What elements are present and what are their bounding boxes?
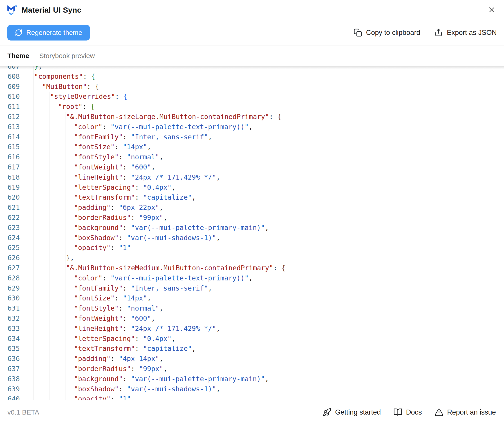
indent-guide [33,384,41,394]
indent-guide [41,293,49,303]
code-token: "600" [131,313,151,324]
code-line: 609"MuiButton": { [0,82,504,92]
indent-guide [33,364,41,374]
code-token: : [123,374,131,384]
report-issue-link[interactable]: Report an issue [435,408,496,417]
code-token: : [123,162,131,172]
line-number: 622 [0,213,20,223]
code-line: 626}, [0,253,504,263]
code-token: } [66,253,70,263]
line-number: 627 [0,263,20,273]
code-token: , [147,142,151,152]
line-number: 634 [0,334,20,344]
indent-guide [33,394,41,400]
close-button[interactable] [486,4,497,16]
tab-theme[interactable]: Theme [7,52,29,60]
code-line: 634"letterSpacing": "0.4px", [0,334,504,344]
code-token: "components" [34,72,83,82]
indent-guide [41,132,49,142]
code-token: "boxShadow" [74,233,119,243]
code-editor[interactable]: 607},608"components": {609"MuiButton": {… [0,66,504,400]
report-issue-label: Report an issue [447,408,496,416]
code-token: , [38,66,42,72]
indent-guide [49,233,57,243]
code-token: "padding" [74,203,111,213]
indent-guide [41,243,49,253]
indent-guide [65,213,73,223]
code-token: "24px /* 171.429% */" [131,324,216,334]
code-token: "fontWeight" [74,162,123,172]
indent-guide [57,384,65,394]
code-token: , [159,203,163,213]
code-token: "6px 22px" [119,203,160,213]
code-token: "24px /* 171.429% */" [131,172,216,182]
docs-link[interactable]: Docs [393,408,422,417]
indent-guide [49,223,57,233]
line-number: 637 [0,364,20,374]
regenerate-theme-button[interactable]: Regenerate theme [7,25,90,41]
indent-guide [49,384,57,394]
code-token: { [95,82,99,92]
indent-guide [65,122,73,132]
code-token: : [123,283,131,293]
code-token: "var(--mui-palette-primary-main)" [131,374,265,384]
line-number: 613 [0,122,20,132]
code-token: , [171,182,175,193]
indent-guide [41,263,49,273]
code-token: : [115,293,123,303]
indent-guide [49,394,57,400]
indent-guide [65,203,73,213]
code-line: 615"fontSize": "14px", [0,142,504,152]
code-line: 614"fontFamily": "Inter, sans-serif", [0,132,504,142]
code-token: "borderRadius" [74,213,131,223]
indent-guide [57,394,65,400]
copy-to-clipboard-button[interactable]: Copy to clipboard [354,28,420,37]
line-number: 639 [0,384,20,394]
code-token: "boxShadow" [74,384,119,394]
code-token: "&.MuiButton-sizeLarge.MuiButton-contain… [66,112,269,122]
indent-guide [33,374,41,384]
indent-guide [49,243,57,253]
getting-started-link[interactable]: Getting started [322,408,381,417]
code-token: , [216,384,220,394]
indent-guide [33,243,41,253]
code-line: 617"fontWeight": "600", [0,162,504,172]
indent-guide [57,152,65,162]
code-token: : [119,384,127,394]
indent-guide [65,193,73,203]
code-token: : [123,172,131,182]
indent-guide [41,122,49,132]
rocket-icon [322,408,332,417]
warning-icon [435,408,443,417]
indent-guide [49,193,57,203]
indent-guide [65,273,73,283]
indent-guide [57,132,65,142]
indent-guide [41,273,49,283]
code-lines: 607},608"components": {609"MuiButton": {… [0,66,504,400]
footer-links: Getting started Docs Report an issue [322,408,496,417]
code-token: "99px" [139,213,163,223]
code-line: 618"lineHeight": "24px /* 171.429% */", [0,172,504,182]
indent-guide [49,263,57,273]
indent-guide [57,162,65,172]
line-number: 628 [0,273,20,283]
code-token: "fontWeight" [74,313,123,324]
indent-guide [49,344,57,354]
line-number: 635 [0,344,20,354]
indent-guide [65,384,73,394]
toolbar-actions: Copy to clipboard Export as JSON [354,28,497,37]
indent-guide [49,203,57,213]
indent-guide [49,112,57,122]
indent-guide [33,354,41,364]
code-token: "var(--mui-shadows-1)" [127,384,216,394]
indent-guide [33,132,41,142]
indent-guide [33,273,41,283]
export-as-json-button[interactable]: Export as JSON [434,28,497,37]
line-number: 618 [0,172,20,182]
code-token: : [135,334,143,344]
indent-guide [65,243,73,253]
line-number: 631 [0,303,20,313]
tab-storybook-preview[interactable]: Storybook preview [39,52,95,60]
indent-guide [41,233,49,243]
indent-guide [57,293,65,303]
